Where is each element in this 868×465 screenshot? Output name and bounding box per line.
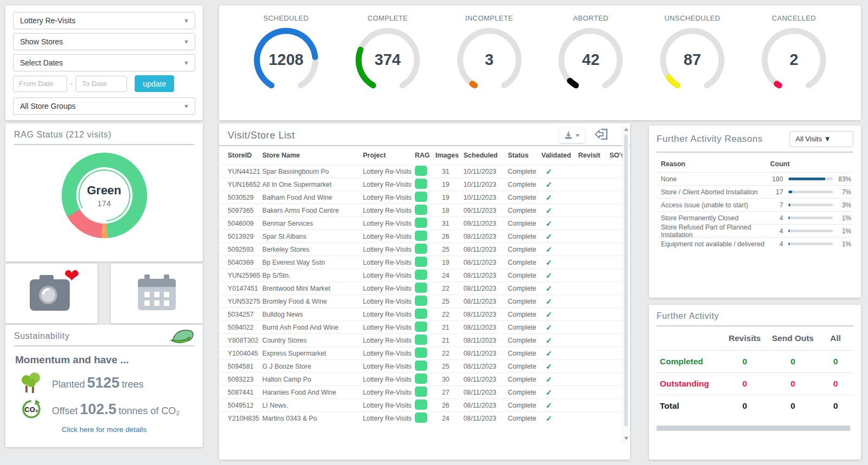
col-status[interactable]: Status <box>508 152 541 159</box>
activity-row-completed: Completed 0 0 0 <box>657 350 853 372</box>
status-gauges-panel: SCHEDULED 1208 COMPLETE 374 <box>219 5 861 120</box>
rag-green-indicator <box>415 361 427 371</box>
table-row[interactable]: Y1004045 Express Supermarket Lottery Re-… <box>219 346 630 359</box>
col-rag[interactable]: RAG <box>415 152 435 159</box>
table-row[interactable]: 5030529 Balham Food And Wine Lottery Re-… <box>219 191 630 204</box>
co2-icon: CO₂ <box>21 398 42 420</box>
update-button[interactable]: update <box>135 75 174 92</box>
validated-cell: ✓ <box>541 206 578 215</box>
images-cell: 26 <box>435 402 463 409</box>
vertical-scrollbar[interactable] <box>622 126 629 442</box>
rag-cell <box>415 192 435 204</box>
reason-count: 17 <box>768 188 783 196</box>
table-header-row: StoreID Store Name Project RAG Images Sc… <box>219 146 630 165</box>
gauge-label: SCHEDULED <box>243 14 329 22</box>
validated-check-icon: ✓ <box>541 323 552 332</box>
table-row[interactable]: 5034257 Bulldog News Lottery Re-Visits 2… <box>219 307 630 320</box>
visit-store-list-panel: Visit/Store List Stor <box>219 123 630 460</box>
store-id-cell: YUN53275 <box>228 298 262 305</box>
reason-bar-track <box>789 191 833 193</box>
table-row[interactable]: YUN16652 All In One Supermarket Lottery … <box>219 178 630 191</box>
table-row[interactable]: YUN53275 Bromley Food & Wine Lottery Re-… <box>219 294 630 307</box>
completed-send-outs: 0 <box>768 357 818 366</box>
rag-donut-chart[interactable]: Green 174 <box>62 153 147 238</box>
project-select-value: Lottery Re-Visits <box>20 16 75 25</box>
gauge-value: 1208 <box>250 51 322 69</box>
table-row[interactable]: 5094581 G J Booze Store Lottery Re-Visit… <box>219 359 630 372</box>
table-row[interactable]: 5093223 Halton Camp Po Lottery Re-Visits… <box>219 372 630 385</box>
col-project[interactable]: Project <box>363 152 415 159</box>
store-id-cell: Y0147451 <box>228 285 262 292</box>
table-row[interactable]: Y210H835 Martins 0343 & Po Lottery Re-Vi… <box>219 411 630 424</box>
table-row[interactable]: 5013929 Spar St Albans Lottery Re-Visits… <box>219 230 630 243</box>
rag-green-indicator <box>415 257 427 267</box>
table-row[interactable]: 5049512 LI News. Lottery Re-Visits 26 08… <box>219 398 630 411</box>
status-gauge: INCOMPLETE 3 <box>446 14 533 120</box>
col-store-name[interactable]: Store Name <box>262 152 363 159</box>
col-validated[interactable]: Validated <box>541 152 578 159</box>
reason-bar-fill <box>789 191 792 193</box>
status-gauge: COMPLETE 374 <box>344 14 431 120</box>
sustainability-title: Sustainability <box>14 325 70 345</box>
images-cell: 24 <box>435 272 463 279</box>
visit-store-list-title: Visit/Store List <box>228 130 295 141</box>
photos-card[interactable]: ❤ <box>5 264 97 323</box>
rag-cell <box>415 244 435 256</box>
table-row[interactable]: 5087441 Haranies Food And Wine Lottery R… <box>219 385 630 398</box>
status-cell: Complete <box>508 285 541 292</box>
horizontal-scrollbar[interactable] <box>657 425 850 431</box>
project-cell: Lottery Re-Visits <box>363 337 415 344</box>
reason-count: 7 <box>768 201 783 209</box>
rag-cell <box>415 361 435 372</box>
trees-icon <box>21 371 42 394</box>
table-row[interactable]: 5046009 Benmar Services Lottery Re-Visit… <box>219 217 630 230</box>
table-row[interactable]: 5040369 Bp Everest Way Sstn Lottery Re-V… <box>219 256 630 268</box>
store-name-cell: Bp S/Stn. <box>262 272 363 279</box>
store-id-cell: Y210H835 <box>228 415 262 422</box>
sustainability-details-link[interactable]: Click here for more details <box>14 425 194 434</box>
table-row[interactable]: YUN25965 Bp S/Stn. Lottery Re-Visits 24 … <box>219 268 630 281</box>
rag-cell <box>415 166 435 178</box>
to-date-input[interactable] <box>76 76 127 92</box>
table-row[interactable]: 5097365 Bakers Arms Food Centre Lottery … <box>219 204 630 217</box>
table-row[interactable]: 5094022 Burnt Ash Food And Wine Lottery … <box>219 320 630 333</box>
reason-label: Access issue (unable to start) <box>661 201 768 209</box>
reason-bar-fill <box>789 243 790 245</box>
validated-check-icon: ✓ <box>541 206 552 215</box>
offset-value: 102.5 <box>80 401 117 417</box>
col-scheduled[interactable]: Scheduled <box>463 152 508 159</box>
gauge-value: 2 <box>758 51 830 69</box>
validated-check-icon: ✓ <box>541 375 552 384</box>
calendar-card[interactable] <box>111 264 203 323</box>
store-id-cell: 5093223 <box>228 376 262 383</box>
table-row[interactable]: 5092593 Berkeley Stores Lottery Re-Visit… <box>219 243 630 256</box>
store-id-cell: YUN44121 <box>228 168 262 175</box>
rag-green-indicator <box>415 205 427 215</box>
reason-count: 4 <box>768 214 783 222</box>
scroll-down-arrow-icon[interactable] <box>624 437 628 440</box>
scroll-up-arrow-icon[interactable] <box>624 128 628 131</box>
table-row[interactable]: Y808T302 Country Stores Lottery Re-Visit… <box>219 333 630 346</box>
reason-bar-fill <box>789 204 790 206</box>
table-row[interactable]: YUN44121 Spar Bassingbourn Po Lottery Re… <box>219 165 630 178</box>
col-images[interactable]: Images <box>435 152 463 159</box>
reason-bar-track <box>789 178 833 180</box>
visits-filter-select[interactable]: All Visits ▼ <box>790 131 853 147</box>
store-groups-select[interactable]: All Store Groups ▼ <box>13 97 195 115</box>
exit-button[interactable] <box>594 128 608 143</box>
activity-header-row: Revisits Send Outs All <box>657 326 853 350</box>
project-select[interactable]: Lottery Re-Visits ▼ <box>13 12 195 29</box>
project-cell: Lottery Re-Visits <box>363 194 415 201</box>
download-button[interactable] <box>559 128 585 143</box>
stores-select[interactable]: Show Stores ▼ <box>13 33 195 50</box>
scrollbar-thumb[interactable] <box>624 134 628 427</box>
table-row[interactable]: Y0147451 Brentwood Mini Market Lottery R… <box>219 281 630 294</box>
validated-cell: ✓ <box>541 375 578 384</box>
reasons-header-row: Reason Count <box>657 153 853 172</box>
rag-center-label: Green <box>87 184 122 198</box>
validated-check-icon: ✓ <box>541 310 552 319</box>
col-storeid[interactable]: StoreID <box>228 152 262 159</box>
col-revisit[interactable]: Revisit <box>578 152 609 159</box>
from-date-input[interactable] <box>13 76 67 92</box>
dates-select[interactable]: Select Dates ▼ <box>13 54 195 71</box>
